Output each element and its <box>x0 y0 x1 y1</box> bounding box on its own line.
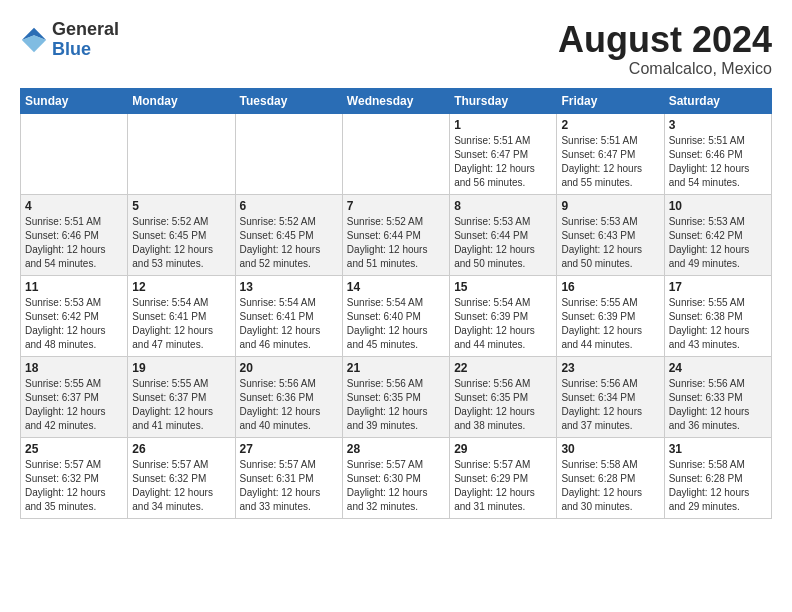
day-number: 24 <box>669 361 767 375</box>
day-info: Sunrise: 5:56 AM Sunset: 6:35 PM Dayligh… <box>347 377 445 433</box>
day-number: 30 <box>561 442 659 456</box>
day-number: 27 <box>240 442 338 456</box>
calendar-cell: 6Sunrise: 5:52 AM Sunset: 6:45 PM Daylig… <box>235 194 342 275</box>
calendar-cell: 8Sunrise: 5:53 AM Sunset: 6:44 PM Daylig… <box>450 194 557 275</box>
day-info: Sunrise: 5:54 AM Sunset: 6:40 PM Dayligh… <box>347 296 445 352</box>
calendar-header: SundayMondayTuesdayWednesdayThursdayFrid… <box>21 88 772 113</box>
day-info: Sunrise: 5:52 AM Sunset: 6:45 PM Dayligh… <box>132 215 230 271</box>
day-number: 2 <box>561 118 659 132</box>
calendar-cell: 5Sunrise: 5:52 AM Sunset: 6:45 PM Daylig… <box>128 194 235 275</box>
day-info: Sunrise: 5:54 AM Sunset: 6:41 PM Dayligh… <box>240 296 338 352</box>
week-row-4: 18Sunrise: 5:55 AM Sunset: 6:37 PM Dayli… <box>21 356 772 437</box>
week-row-3: 11Sunrise: 5:53 AM Sunset: 6:42 PM Dayli… <box>21 275 772 356</box>
day-number: 16 <box>561 280 659 294</box>
calendar-cell: 20Sunrise: 5:56 AM Sunset: 6:36 PM Dayli… <box>235 356 342 437</box>
day-number: 22 <box>454 361 552 375</box>
calendar-cell: 29Sunrise: 5:57 AM Sunset: 6:29 PM Dayli… <box>450 437 557 518</box>
day-number: 8 <box>454 199 552 213</box>
logo-text: General Blue <box>52 20 119 60</box>
week-row-2: 4Sunrise: 5:51 AM Sunset: 6:46 PM Daylig… <box>21 194 772 275</box>
day-info: Sunrise: 5:55 AM Sunset: 6:37 PM Dayligh… <box>25 377 123 433</box>
day-number: 7 <box>347 199 445 213</box>
calendar-cell: 31Sunrise: 5:58 AM Sunset: 6:28 PM Dayli… <box>664 437 771 518</box>
logo-blue: Blue <box>52 40 119 60</box>
logo-general: General <box>52 20 119 40</box>
day-info: Sunrise: 5:51 AM Sunset: 6:47 PM Dayligh… <box>561 134 659 190</box>
calendar-cell: 16Sunrise: 5:55 AM Sunset: 6:39 PM Dayli… <box>557 275 664 356</box>
calendar-cell <box>235 113 342 194</box>
day-header-sunday: Sunday <box>21 88 128 113</box>
day-info: Sunrise: 5:52 AM Sunset: 6:45 PM Dayligh… <box>240 215 338 271</box>
day-info: Sunrise: 5:57 AM Sunset: 6:29 PM Dayligh… <box>454 458 552 514</box>
day-info: Sunrise: 5:52 AM Sunset: 6:44 PM Dayligh… <box>347 215 445 271</box>
day-number: 20 <box>240 361 338 375</box>
calendar-cell: 24Sunrise: 5:56 AM Sunset: 6:33 PM Dayli… <box>664 356 771 437</box>
calendar-cell: 15Sunrise: 5:54 AM Sunset: 6:39 PM Dayli… <box>450 275 557 356</box>
day-info: Sunrise: 5:57 AM Sunset: 6:32 PM Dayligh… <box>132 458 230 514</box>
day-info: Sunrise: 5:57 AM Sunset: 6:31 PM Dayligh… <box>240 458 338 514</box>
calendar-cell: 19Sunrise: 5:55 AM Sunset: 6:37 PM Dayli… <box>128 356 235 437</box>
logo: General Blue <box>20 20 119 60</box>
day-number: 12 <box>132 280 230 294</box>
calendar-cell: 17Sunrise: 5:55 AM Sunset: 6:38 PM Dayli… <box>664 275 771 356</box>
logo-icon <box>20 26 48 54</box>
day-number: 23 <box>561 361 659 375</box>
calendar-cell: 10Sunrise: 5:53 AM Sunset: 6:42 PM Dayli… <box>664 194 771 275</box>
day-info: Sunrise: 5:58 AM Sunset: 6:28 PM Dayligh… <box>669 458 767 514</box>
day-number: 25 <box>25 442 123 456</box>
day-info: Sunrise: 5:55 AM Sunset: 6:38 PM Dayligh… <box>669 296 767 352</box>
calendar-table: SundayMondayTuesdayWednesdayThursdayFrid… <box>20 88 772 519</box>
day-info: Sunrise: 5:54 AM Sunset: 6:41 PM Dayligh… <box>132 296 230 352</box>
calendar-cell: 21Sunrise: 5:56 AM Sunset: 6:35 PM Dayli… <box>342 356 449 437</box>
day-header-monday: Monday <box>128 88 235 113</box>
day-number: 28 <box>347 442 445 456</box>
day-number: 6 <box>240 199 338 213</box>
calendar-cell: 27Sunrise: 5:57 AM Sunset: 6:31 PM Dayli… <box>235 437 342 518</box>
day-number: 26 <box>132 442 230 456</box>
day-info: Sunrise: 5:58 AM Sunset: 6:28 PM Dayligh… <box>561 458 659 514</box>
calendar-cell <box>21 113 128 194</box>
day-info: Sunrise: 5:57 AM Sunset: 6:32 PM Dayligh… <box>25 458 123 514</box>
day-number: 10 <box>669 199 767 213</box>
day-header-wednesday: Wednesday <box>342 88 449 113</box>
month-year: August 2024 <box>558 20 772 60</box>
calendar-cell: 30Sunrise: 5:58 AM Sunset: 6:28 PM Dayli… <box>557 437 664 518</box>
day-number: 4 <box>25 199 123 213</box>
day-number: 31 <box>669 442 767 456</box>
day-header-saturday: Saturday <box>664 88 771 113</box>
day-info: Sunrise: 5:51 AM Sunset: 6:47 PM Dayligh… <box>454 134 552 190</box>
calendar-cell: 18Sunrise: 5:55 AM Sunset: 6:37 PM Dayli… <box>21 356 128 437</box>
calendar-cell: 22Sunrise: 5:56 AM Sunset: 6:35 PM Dayli… <box>450 356 557 437</box>
day-header-friday: Friday <box>557 88 664 113</box>
location: Comalcalco, Mexico <box>558 60 772 78</box>
day-info: Sunrise: 5:55 AM Sunset: 6:37 PM Dayligh… <box>132 377 230 433</box>
calendar-body: 1Sunrise: 5:51 AM Sunset: 6:47 PM Daylig… <box>21 113 772 518</box>
day-number: 18 <box>25 361 123 375</box>
day-number: 11 <box>25 280 123 294</box>
page-header: General Blue August 2024 Comalcalco, Mex… <box>20 20 772 78</box>
day-number: 29 <box>454 442 552 456</box>
day-info: Sunrise: 5:53 AM Sunset: 6:42 PM Dayligh… <box>669 215 767 271</box>
calendar-cell: 12Sunrise: 5:54 AM Sunset: 6:41 PM Dayli… <box>128 275 235 356</box>
calendar-cell: 3Sunrise: 5:51 AM Sunset: 6:46 PM Daylig… <box>664 113 771 194</box>
day-info: Sunrise: 5:51 AM Sunset: 6:46 PM Dayligh… <box>25 215 123 271</box>
day-info: Sunrise: 5:53 AM Sunset: 6:44 PM Dayligh… <box>454 215 552 271</box>
day-header-tuesday: Tuesday <box>235 88 342 113</box>
header-row: SundayMondayTuesdayWednesdayThursdayFrid… <box>21 88 772 113</box>
day-info: Sunrise: 5:53 AM Sunset: 6:43 PM Dayligh… <box>561 215 659 271</box>
day-info: Sunrise: 5:56 AM Sunset: 6:36 PM Dayligh… <box>240 377 338 433</box>
calendar-cell: 13Sunrise: 5:54 AM Sunset: 6:41 PM Dayli… <box>235 275 342 356</box>
calendar-cell: 25Sunrise: 5:57 AM Sunset: 6:32 PM Dayli… <box>21 437 128 518</box>
day-number: 19 <box>132 361 230 375</box>
calendar-cell: 1Sunrise: 5:51 AM Sunset: 6:47 PM Daylig… <box>450 113 557 194</box>
calendar-cell: 28Sunrise: 5:57 AM Sunset: 6:30 PM Dayli… <box>342 437 449 518</box>
day-number: 1 <box>454 118 552 132</box>
title-block: August 2024 Comalcalco, Mexico <box>558 20 772 78</box>
day-info: Sunrise: 5:55 AM Sunset: 6:39 PM Dayligh… <box>561 296 659 352</box>
day-info: Sunrise: 5:56 AM Sunset: 6:35 PM Dayligh… <box>454 377 552 433</box>
calendar-cell: 7Sunrise: 5:52 AM Sunset: 6:44 PM Daylig… <box>342 194 449 275</box>
day-info: Sunrise: 5:56 AM Sunset: 6:33 PM Dayligh… <box>669 377 767 433</box>
day-number: 15 <box>454 280 552 294</box>
day-number: 17 <box>669 280 767 294</box>
day-number: 14 <box>347 280 445 294</box>
